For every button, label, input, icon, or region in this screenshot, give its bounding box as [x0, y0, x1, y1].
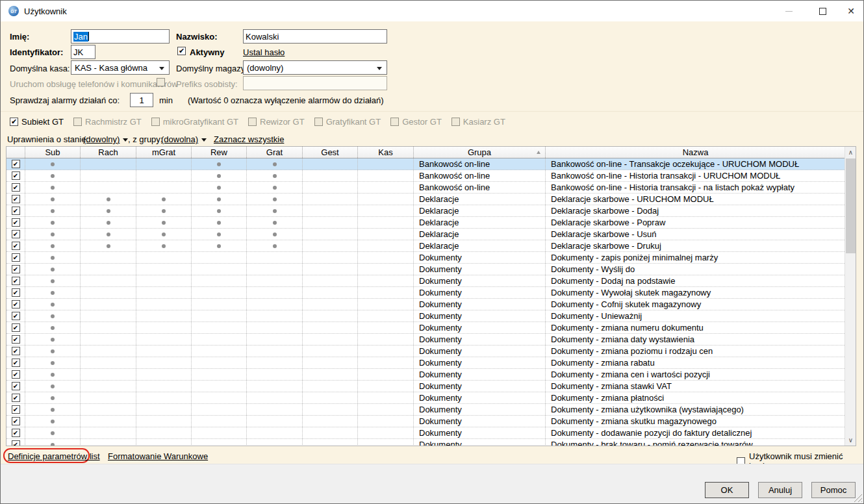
- maximize-button[interactable]: [811, 1, 833, 21]
- table-row[interactable]: ✔DokumentyDokumenty - zmiana skutku maga…: [6, 416, 846, 427]
- permission-dot: [107, 221, 110, 225]
- table-row[interactable]: ✔DokumentyDokumenty - Dodaj na podstawie: [6, 275, 846, 287]
- scrollbar-thumb[interactable]: [846, 158, 856, 253]
- module-checkbox-subiekt-gt[interactable]: ✔Subiekt GT: [10, 117, 64, 127]
- nazwisko-input[interactable]: [243, 29, 387, 44]
- column-header-gest[interactable]: Gest: [303, 147, 358, 158]
- row-checkbox[interactable]: ✔: [12, 335, 20, 344]
- table-row[interactable]: ✔DokumentyDokumenty - zmiana użytkownika…: [6, 404, 846, 416]
- row-checkbox[interactable]: ✔: [12, 323, 20, 332]
- column-header-mgrat[interactable]: mGrat: [136, 147, 192, 158]
- table-row[interactable]: ✔DokumentyDokumenty - zmiana płatności: [6, 392, 846, 404]
- row-checkbox[interactable]: ✔: [12, 195, 20, 203]
- row-checkbox[interactable]: ✔: [12, 370, 20, 379]
- anuluj-button[interactable]: Anuluj: [758, 482, 802, 498]
- row-checkbox[interactable]: ✔: [12, 218, 20, 227]
- table-row[interactable]: ✔DokumentyDokumenty - zmiana poziomu i r…: [6, 346, 846, 357]
- stan-dropdown-link[interactable]: (dowolny): [83, 134, 120, 144]
- table-row[interactable]: ✔DokumentyDokumenty - Wywołaj skutek mag…: [6, 287, 846, 299]
- row-checkbox[interactable]: ✔: [12, 183, 20, 192]
- checkbox-icon[interactable]: [451, 118, 460, 126]
- checkbox-icon[interactable]: [73, 118, 82, 126]
- checkbox-icon[interactable]: [314, 118, 323, 126]
- row-checkbox[interactable]: ✔: [12, 347, 20, 355]
- table-row[interactable]: ✔DokumentyDokumenty - Unieważnij: [6, 310, 846, 322]
- column-header-check[interactable]: [6, 147, 25, 158]
- alarmy-input[interactable]: [130, 93, 153, 107]
- checkbox-icon[interactable]: [151, 118, 160, 126]
- row-checkbox[interactable]: ✔: [12, 288, 20, 297]
- column-header-grupa[interactable]: Grupa: [414, 147, 546, 158]
- imie-input[interactable]: Jan: [71, 29, 170, 44]
- table-row[interactable]: ✔DeklaracjeDeklaracje skarbowe - Dodaj: [6, 205, 846, 217]
- module-checkbox-mikrogratyfikant-gt[interactable]: mikroGratyfikant GT: [151, 117, 238, 127]
- definicje-parametrow-list-link[interactable]: Definicje parametrów list: [8, 451, 100, 461]
- column-header-sub[interactable]: Sub: [25, 147, 81, 158]
- row-checkbox[interactable]: ✔: [12, 253, 20, 262]
- row-checkbox[interactable]: ✔: [12, 417, 20, 425]
- ustal-haslo-link[interactable]: Ustal hasło: [243, 47, 285, 57]
- checkbox-icon[interactable]: [390, 118, 399, 126]
- aktywny-checkbox[interactable]: ✔: [177, 47, 186, 55]
- module-checkbox-gratyfikant-gt[interactable]: Gratyfikant GT: [314, 117, 381, 127]
- scroll-down-icon[interactable]: ∨: [845, 435, 856, 446]
- row-checkbox[interactable]: ✔: [12, 300, 20, 309]
- row-checkbox[interactable]: ✔: [12, 171, 20, 180]
- column-header-grat[interactable]: Grat: [247, 147, 303, 158]
- row-checkbox[interactable]: ✔: [12, 277, 20, 285]
- grupa-dropdown-link[interactable]: (dowolna): [161, 134, 198, 144]
- table-row[interactable]: ✔DokumentyDokumenty - zmiana cen i warto…: [6, 369, 846, 381]
- row-checkbox[interactable]: ✔: [12, 265, 20, 273]
- table-row[interactable]: ✔Bankowość on-lineBankowość on-line - Tr…: [6, 158, 846, 170]
- checkbox-icon[interactable]: ✔: [10, 118, 18, 126]
- table-row[interactable]: ✔DeklaracjeDeklaracje skarbowe - Usuń: [6, 229, 846, 240]
- pomoc-button[interactable]: Pomoc: [811, 482, 856, 498]
- table-row[interactable]: ✔Bankowość on-lineBankowość on-line - Hi…: [6, 182, 846, 194]
- minimize-button[interactable]: [778, 1, 800, 21]
- column-header-nazwa[interactable]: Nazwa: [546, 147, 846, 158]
- row-checkbox[interactable]: ✔: [12, 230, 20, 238]
- ok-button[interactable]: OK: [705, 482, 749, 498]
- identyfikator-input[interactable]: [71, 45, 95, 59]
- module-checkbox-gestor-gt[interactable]: Gestor GT: [390, 117, 442, 127]
- column-header-rew[interactable]: Rew: [192, 147, 247, 158]
- table-row[interactable]: ✔DokumentyDokumenty - zmiana daty wystaw…: [6, 334, 846, 346]
- table-row[interactable]: ✔DokumentyDokumenty - zmiana stawki VAT: [6, 381, 846, 392]
- domyslna-kasa-select[interactable]: KAS - Kasa główna: [71, 60, 170, 75]
- row-checkbox[interactable]: ✔: [12, 312, 20, 320]
- table-row[interactable]: ✔DokumentyDokumenty - zapis poniżej mini…: [6, 252, 846, 264]
- vertical-scrollbar[interactable]: ∧ ∨: [845, 147, 856, 446]
- checkbox-icon[interactable]: [248, 118, 257, 126]
- table-row[interactable]: ✔DokumentyDokumenty - Wyślij do: [6, 264, 846, 275]
- row-checkbox[interactable]: ✔: [12, 405, 20, 414]
- imie-label: Imię:: [10, 32, 29, 42]
- column-header-rach[interactable]: Rach: [81, 147, 136, 158]
- table-row[interactable]: ✔DeklaracjeDeklaracje skarbowe - URUCHOM…: [6, 194, 846, 205]
- table-row[interactable]: ✔DokumentyDokumenty - zmiana rabatu: [6, 357, 846, 369]
- row-checkbox[interactable]: ✔: [12, 207, 20, 215]
- table-row[interactable]: ✔DokumentyDokumenty - Cofnij skutek maga…: [6, 299, 846, 310]
- row-checkbox[interactable]: ✔: [12, 394, 20, 402]
- title-bar[interactable]: GT Użytkownik ✕: [1, 1, 863, 21]
- table-row[interactable]: ✔DokumentyDokumenty - brak towaru - pomi…: [6, 439, 846, 446]
- domyslny-magazyn-select[interactable]: (dowolny): [243, 60, 387, 75]
- close-button[interactable]: ✕: [840, 1, 862, 21]
- module-checkbox-rewizor-gt[interactable]: Rewizor GT: [248, 117, 305, 127]
- column-header-kas[interactable]: Kas: [358, 147, 414, 158]
- formatowanie-warunkowe-link[interactable]: Formatowanie Warunkowe: [108, 451, 208, 461]
- table-row[interactable]: ✔DeklaracjeDeklaracje skarbowe - Drukuj: [6, 240, 846, 252]
- row-checkbox[interactable]: ✔: [12, 382, 20, 390]
- table-row[interactable]: ✔DeklaracjeDeklaracje skarbowe - Popraw: [6, 217, 846, 229]
- scroll-up-icon[interactable]: ∧: [845, 147, 856, 158]
- table-row[interactable]: ✔DokumentyDokumenty - zmiana numeru doku…: [6, 322, 846, 334]
- row-checkbox[interactable]: ✔: [12, 359, 20, 367]
- table-row[interactable]: ✔Bankowość on-lineBankowość on-line - Hi…: [6, 170, 846, 182]
- table-row[interactable]: ✔DokumentyDokumenty - dodawanie pozycji …: [6, 427, 846, 439]
- row-checkbox[interactable]: ✔: [12, 429, 20, 437]
- row-checkbox[interactable]: ✔: [12, 440, 20, 446]
- module-checkbox-rachmistrz-gt[interactable]: Rachmistrz GT: [73, 117, 142, 127]
- row-checkbox[interactable]: ✔: [12, 160, 20, 168]
- zaznacz-wszystkie-link[interactable]: Zaznacz wszystkie: [214, 134, 284, 144]
- module-checkbox-kasiarz-gt[interactable]: Kasiarz GT: [451, 117, 505, 127]
- row-checkbox[interactable]: ✔: [12, 242, 20, 250]
